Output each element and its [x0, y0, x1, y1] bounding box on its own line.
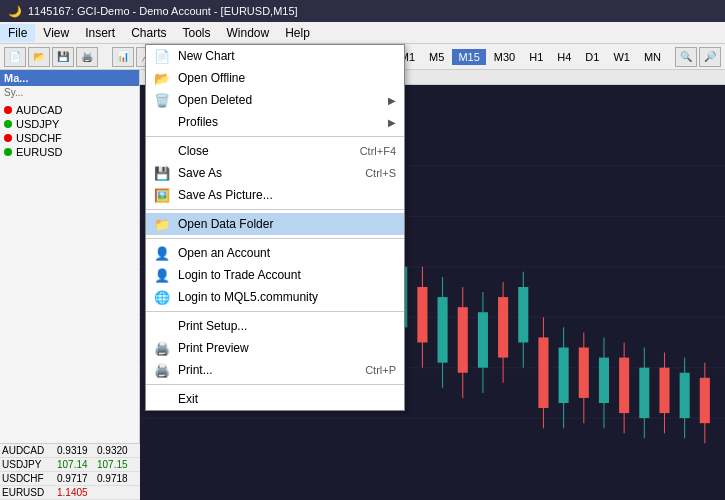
svg-rect-61	[700, 378, 710, 423]
svg-rect-57	[659, 368, 669, 413]
menu-charts[interactable]: Charts	[123, 24, 174, 42]
svg-rect-45	[538, 337, 548, 408]
table-row-usdjpy[interactable]: USDJPY 107.14 107.15	[0, 458, 140, 472]
title-text: 1145167: GCI-Demo - Demo Account - [EURU…	[28, 5, 298, 17]
tf-m30[interactable]: M30	[488, 49, 521, 65]
tf-m15[interactable]: M15	[452, 49, 485, 65]
toolbar-btn-4[interactable]: 🖨️	[76, 47, 98, 67]
sidebar-usdjpy[interactable]: USDJPY	[0, 117, 139, 131]
svg-rect-41	[498, 297, 508, 358]
menu-item-new-chart[interactable]: 📄 New Chart	[146, 45, 404, 67]
menu-item-save-as-picture[interactable]: 🖼️ Save As Picture...	[146, 184, 404, 206]
login-mql5-icon: 🌐	[154, 289, 170, 305]
sidebar-audcad[interactable]: AUDCAD	[0, 103, 139, 117]
svg-rect-49	[579, 348, 589, 398]
close-shortcut: Ctrl+F4	[360, 145, 396, 157]
menu-item-login-mql5[interactable]: 🌐 Login to MQL5.community	[146, 286, 404, 308]
login-trade-label: Login to Trade Account	[178, 268, 396, 282]
watchlist-table: AUDCAD 0.9319 0.9320 USDJPY 107.14 107.1…	[0, 443, 140, 500]
tf-h1[interactable]: H1	[523, 49, 549, 65]
svg-rect-59	[680, 373, 690, 418]
svg-rect-33	[417, 287, 427, 342]
menu-help[interactable]: Help	[277, 24, 318, 42]
menu-item-print-setup[interactable]: Print Setup...	[146, 315, 404, 337]
menu-item-login-trade[interactable]: 👤 Login to Trade Account	[146, 264, 404, 286]
menu-window[interactable]: Window	[219, 24, 278, 42]
exit-label: Exit	[178, 392, 396, 406]
print-preview-label: Print Preview	[178, 341, 396, 355]
menu-bar: File View Insert Charts Tools Window Hel…	[0, 22, 725, 44]
print-setup-label: Print Setup...	[178, 319, 396, 333]
bid-eurusd: 1.1405	[57, 487, 97, 498]
divider-2	[146, 209, 404, 210]
print-setup-icon	[154, 318, 170, 334]
menu-item-profiles[interactable]: Profiles ▶	[146, 111, 404, 133]
menu-insert[interactable]: Insert	[77, 24, 123, 42]
sidebar: Ma... Sy... AUDCAD USDJPY USDCHF EURUSD	[0, 70, 140, 474]
sidebar-sy: Sy...	[0, 86, 139, 99]
divider-1	[146, 136, 404, 137]
toolbar-btn-3[interactable]: 💾	[52, 47, 74, 67]
zoom-in-btn[interactable]: 🔍	[675, 47, 697, 67]
svg-rect-37	[458, 307, 468, 373]
toolbar-btn-2[interactable]: 📂	[28, 47, 50, 67]
indicator-green	[4, 120, 12, 128]
profiles-arrow: ▶	[388, 117, 396, 128]
svg-rect-43	[518, 287, 528, 342]
menu-view[interactable]: View	[35, 24, 77, 42]
save-as-picture-label: Save As Picture...	[178, 188, 396, 202]
menu-file[interactable]: File	[0, 24, 35, 42]
file-dropdown-menu: 📄 New Chart 📂 Open Offline 🗑️ Open Delet…	[145, 44, 405, 411]
ask-usdchf: 0.9718	[97, 473, 137, 484]
table-row-usdchf[interactable]: USDCHF 0.9717 0.9718	[0, 472, 140, 486]
save-as-icon: 💾	[154, 165, 170, 181]
table-row-audcad[interactable]: AUDCAD 0.9319 0.9320	[0, 444, 140, 458]
bid-audcad: 0.9319	[57, 445, 97, 456]
new-chart-icon: 📄	[154, 48, 170, 64]
close-label: Close	[178, 144, 352, 158]
sidebar-usdchf[interactable]: USDCHF	[0, 131, 139, 145]
svg-rect-51	[599, 358, 609, 403]
open-data-folder-label: Open Data Folder	[178, 217, 396, 231]
menu-item-save-as[interactable]: 💾 Save As Ctrl+S	[146, 162, 404, 184]
open-deleted-arrow: ▶	[388, 95, 396, 106]
menu-item-open-data-folder[interactable]: 📁 Open Data Folder	[146, 213, 404, 235]
profiles-icon	[154, 114, 170, 130]
divider-4	[146, 311, 404, 312]
tf-h4[interactable]: H4	[551, 49, 577, 65]
ask-audcad: 0.9320	[97, 445, 137, 456]
ask-usdjpy: 107.15	[97, 459, 137, 470]
sidebar-eurusd[interactable]: EURUSD	[0, 145, 139, 159]
menu-tools[interactable]: Tools	[175, 24, 219, 42]
menu-item-exit[interactable]: Exit	[146, 388, 404, 410]
table-row-eurusd[interactable]: EURUSD 1.1405	[0, 486, 140, 500]
open-offline-label: Open Offline	[178, 71, 396, 85]
title-bar: 🌙 1145167: GCI-Demo - Demo Account - [EU…	[0, 0, 725, 22]
open-account-icon: 👤	[154, 245, 170, 261]
svg-rect-53	[619, 358, 629, 413]
tf-w1[interactable]: W1	[607, 49, 636, 65]
close-icon	[154, 143, 170, 159]
login-mql5-label: Login to MQL5.community	[178, 290, 396, 304]
menu-item-close[interactable]: Close Ctrl+F4	[146, 140, 404, 162]
divider-3	[146, 238, 404, 239]
tf-m5[interactable]: M5	[423, 49, 450, 65]
menu-item-open-offline[interactable]: 📂 Open Offline	[146, 67, 404, 89]
open-deleted-icon: 🗑️	[154, 92, 170, 108]
indicator-red2	[4, 134, 12, 142]
menu-item-print[interactable]: 🖨️ Print... Ctrl+P	[146, 359, 404, 381]
svg-rect-39	[478, 312, 488, 367]
bid-usdchf: 0.9717	[57, 473, 97, 484]
toolbar-btn-1[interactable]: 📄	[4, 47, 26, 67]
toolbar-btn-5[interactable]: 📊	[112, 47, 134, 67]
bid-usdjpy: 107.14	[57, 459, 97, 470]
print-shortcut: Ctrl+P	[365, 364, 396, 376]
menu-item-open-account[interactable]: 👤 Open an Account	[146, 242, 404, 264]
tf-d1[interactable]: D1	[579, 49, 605, 65]
profiles-label: Profiles	[178, 115, 380, 129]
print-icon: 🖨️	[154, 362, 170, 378]
menu-item-open-deleted[interactable]: 🗑️ Open Deleted ▶	[146, 89, 404, 111]
tf-mn[interactable]: MN	[638, 49, 667, 65]
zoom-out-btn[interactable]: 🔎	[699, 47, 721, 67]
menu-item-print-preview[interactable]: 🖨️ Print Preview	[146, 337, 404, 359]
